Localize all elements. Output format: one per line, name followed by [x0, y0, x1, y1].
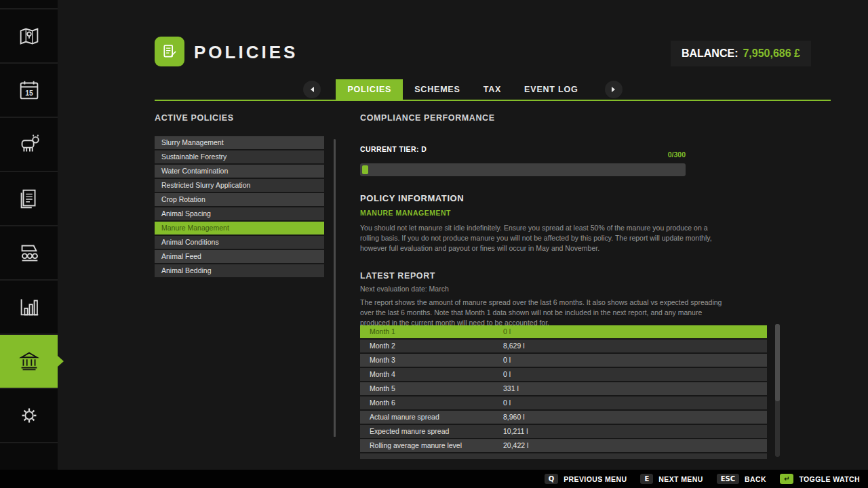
policy-list-item[interactable]: Slurry Management — [155, 136, 324, 149]
report-row-value: 0 l — [503, 368, 511, 381]
policy-list-item[interactable]: Water Contamination — [155, 165, 324, 178]
sidebar-item-production[interactable] — [0, 226, 58, 281]
report-row: Rolling average manure level20,422 l — [360, 439, 767, 452]
sidebar-item-calendar[interactable]: 15 — [0, 64, 58, 118]
report-row: Month 28,629 l — [360, 340, 767, 352]
shortcut-key: Q — [545, 474, 559, 484]
policy-list-item[interactable]: Crop Rotation — [155, 193, 324, 206]
tab-policies[interactable]: POLICIES — [336, 79, 403, 100]
policy-list-item[interactable]: Animal Bedding — [155, 264, 324, 277]
report-row-value: 0 l — [503, 354, 511, 367]
report-row-label: Month 1 — [360, 325, 503, 338]
policy-name-subtitle: MANURE MANAGEMENT — [360, 209, 451, 217]
policy-list-scrollbar[interactable] — [334, 139, 336, 437]
report-row-label: Month 3 — [360, 354, 503, 367]
sidebar-top-sliver — [0, 0, 58, 9]
report-row-label: Rolling average manure level — [360, 439, 503, 452]
next-evaluation-date: Next evaluation date: March — [360, 285, 449, 293]
main-area: POLICIES BALANCE: 7,950,686 £ POLICIESSC… — [58, 0, 868, 470]
compliance-progress-bar — [360, 163, 686, 176]
policies-page-icon — [155, 37, 184, 66]
shortcut-bar: QPREVIOUS MENUENEXT MENUESCBACK↵TOGGLE W… — [0, 470, 868, 488]
calendar-day-label: 15 — [25, 89, 33, 97]
policy-list-item[interactable]: Animal Feed — [155, 250, 324, 263]
sidebar-item-animals[interactable] — [0, 118, 58, 172]
sidebar-item-map[interactable] — [0, 9, 58, 64]
shortcut-key: E — [640, 474, 653, 484]
sidebar-item-statistics[interactable] — [0, 281, 58, 335]
sidebar-item-settings[interactable] — [0, 389, 58, 443]
active-policies-list: Slurry ManagementSustainable ForestryWat… — [155, 136, 324, 279]
shortcut-label: PREVIOUS MENU — [564, 475, 627, 483]
compliance-progress-fill — [362, 165, 368, 174]
balance-label: BALANCE: — [682, 47, 738, 60]
tab-event-log[interactable]: EVENT LOG — [513, 79, 589, 100]
shortcut-previous-menu[interactable]: QPREVIOUS MENU — [545, 474, 627, 484]
tab-tax[interactable]: TAX — [472, 79, 513, 100]
shortcut-label: NEXT MENU — [658, 475, 703, 483]
shortcut-back[interactable]: ESCBACK — [717, 474, 766, 484]
compliance-title: COMPLIANCE PERFORMANCE — [360, 113, 495, 123]
report-row-value: 0 l — [503, 396, 511, 409]
animals-icon — [16, 131, 42, 157]
report-row-label: Actual manure spread — [360, 411, 503, 424]
report-row-label: Expected manure spread — [360, 425, 503, 438]
tabs-row: POLICIESSCHEMESTAXEVENT LOG — [58, 79, 868, 100]
report-row: Month 5331 l — [360, 382, 767, 395]
report-row-value: 8,629 l — [503, 340, 525, 352]
report-row: Actual manure spread8,960 l — [360, 411, 767, 424]
contracts-icon — [16, 186, 42, 211]
chevron-right-icon — [612, 87, 615, 92]
report-row: Month 10 l — [360, 325, 767, 338]
policy-info-title: POLICY INFORMATION — [360, 193, 464, 203]
report-row-partial — [360, 453, 767, 459]
shortcuts-group: QPREVIOUS MENUENEXT MENUESCBACK↵TOGGLE W… — [545, 474, 860, 484]
tab-schemes[interactable]: SCHEMES — [403, 79, 471, 100]
report-row-value: 0 l — [503, 325, 511, 338]
page-title: POLICIES — [194, 42, 298, 63]
calendar-icon: 15 — [16, 77, 42, 103]
active-policies-title: ACTIVE POLICIES — [155, 113, 234, 123]
policy-list-item[interactable]: Sustainable Forestry — [155, 150, 324, 163]
policy-list-item[interactable]: Manure Management — [155, 222, 324, 235]
tabs-next-arrow[interactable] — [605, 81, 623, 98]
report-row: Expected manure spread10,211 l — [360, 425, 767, 438]
chevron-left-icon — [311, 87, 314, 92]
policy-list-item[interactable]: Restricted Slurry Application — [155, 179, 324, 192]
report-scrollbar[interactable] — [775, 324, 780, 457]
compliance-score: 0/300 — [360, 150, 686, 159]
balance-value: 7,950,686 £ — [743, 47, 800, 60]
map-icon — [16, 23, 42, 49]
report-row-value: 331 l — [503, 382, 519, 395]
report-row-label: Month 2 — [360, 340, 503, 352]
statistics-icon — [16, 294, 42, 320]
report-row-value: 10,211 l — [503, 425, 528, 438]
report-row-label: Month 4 — [360, 368, 503, 381]
tabs-underline — [155, 100, 831, 101]
shortcut-label: BACK — [745, 475, 766, 483]
tabs-previous-arrow[interactable] — [303, 81, 321, 98]
report-description: The report shows the amount of manure sp… — [360, 298, 728, 329]
report-scrollbar-thumb[interactable] — [775, 324, 780, 401]
latest-report-title: LATEST REPORT — [360, 271, 435, 281]
policy-list-item[interactable]: Animal Spacing — [155, 207, 324, 220]
report-row-label: Month 5 — [360, 382, 503, 395]
report-row: Month 40 l — [360, 368, 767, 381]
shortcut-key: ↵ — [780, 474, 793, 484]
balance-display: BALANCE: 7,950,686 £ — [671, 41, 811, 66]
bank-icon — [16, 348, 42, 374]
production-icon — [16, 240, 42, 266]
report-table: Month 10 lMonth 28,629 lMonth 30 lMonth … — [360, 325, 767, 460]
sidebar-item-finances[interactable] — [0, 335, 58, 389]
report-row: Month 60 l — [360, 396, 767, 409]
policy-list-item[interactable]: Animal Conditions — [155, 236, 324, 249]
report-row-value: 20,422 l — [503, 439, 528, 452]
policies-screen: 15 — [0, 0, 868, 488]
sidebar-item-contracts[interactable] — [0, 172, 58, 226]
shortcut-label: TOGGLE WATCH — [799, 475, 860, 483]
sidebar: 15 — [0, 0, 58, 470]
policies-document-icon — [160, 42, 179, 61]
shortcut-toggle-watch[interactable]: ↵TOGGLE WATCH — [780, 474, 860, 484]
policy-description: You should not let manure sit idle indef… — [360, 223, 728, 254]
shortcut-next-menu[interactable]: ENEXT MENU — [640, 474, 703, 484]
